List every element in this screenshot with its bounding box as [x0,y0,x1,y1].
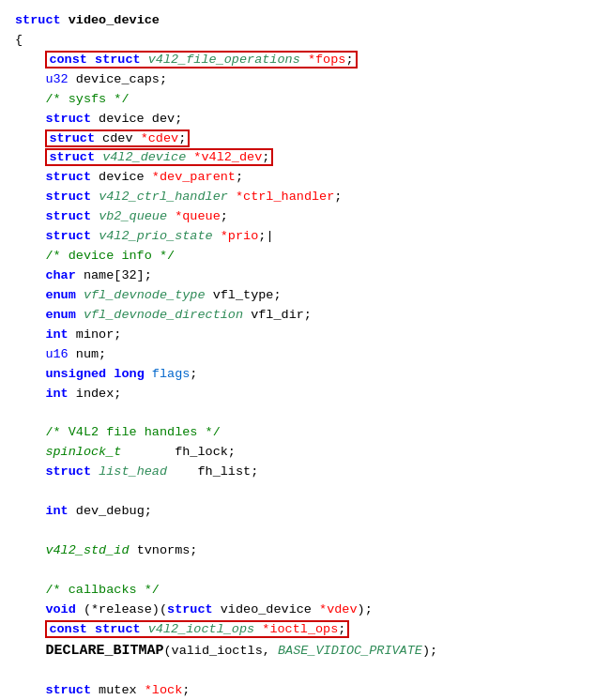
line-dev-debug: int dev_debug; [15,502,596,522]
line-struct-header: struct video_device [15,11,596,31]
line-fh-lock: spinlock_t fh_lock; [15,443,596,463]
line-declare-bitmap: DECLARE_BITMAP(valid_ioctls, BASE_VIDIOC… [15,640,596,662]
box-cdev: struct cdev *cdev; [45,129,190,147]
line-comment-callbacks: /* callbacks */ [15,581,596,601]
box-ioctl-ops: const struct v4l2_ioctl_ops *ioctl_ops; [45,620,349,638]
line-prio: struct v4l2_prio_state *prio;| [15,227,596,247]
line-mutex-lock: struct mutex *lock; [15,681,596,700]
line-num: u16 num; [15,345,596,365]
line-index: int index; [15,385,596,404]
line-vfl-dir: enum vfl_devnode_direction vfl_dir; [15,306,596,326]
line-comment-file-handles: /* V4L2 file handles */ [15,423,596,443]
box-v4l2-dev: struct v4l2_device *v4l2_dev; [45,148,273,166]
line-brace-open: { [15,31,596,51]
line-flags: unsigned long flags; [15,365,596,385]
line-blank1 [15,403,596,423]
line-blank2 [15,482,596,502]
line-dev-parent: struct device *dev_parent; [15,168,596,188]
line-ctrl-handler: struct v4l2_ctrl_handler *ctrl_handler; [15,188,596,207]
line-blank4 [15,561,596,581]
line-blank5 [15,662,596,681]
line-fh-list: struct list_head fh_list; [15,463,596,482]
line-name: char name[32]; [15,266,596,286]
line-fops: const struct v4l2_file_operations *fops; [15,51,596,70]
line-blank3 [15,522,596,541]
line-release: void (*release)(struct video_device *vde… [15,601,596,620]
code-container: struct video_device { const struct v4l2_… [0,0,611,700]
line-vfl-type: enum vfl_devnode_type vfl_type; [15,286,596,306]
box-fops: const struct v4l2_file_operations *fops; [45,51,357,68]
line-cdev: struct cdev *cdev; [15,129,596,149]
line-minor: int minor; [15,326,596,345]
line-ioctl-ops: const struct v4l2_ioctl_ops *ioctl_ops; [15,620,596,640]
line-device-caps: u32 device_caps; [15,70,596,90]
line-device-dev: struct device dev; [15,110,596,129]
struct-name-title: video_device [69,13,160,27]
kw-struct: struct [15,13,61,27]
line-comment-sysfs: /* sysfs */ [15,90,596,110]
line-comment-device-info: /* device info */ [15,247,596,266]
line-v4l2-dev: struct v4l2_device *v4l2_dev; [15,148,596,168]
line-tvnorms: v4l2_std_id tvnorms; [15,541,596,561]
line-queue: struct vb2_queue *queue; [15,207,596,227]
